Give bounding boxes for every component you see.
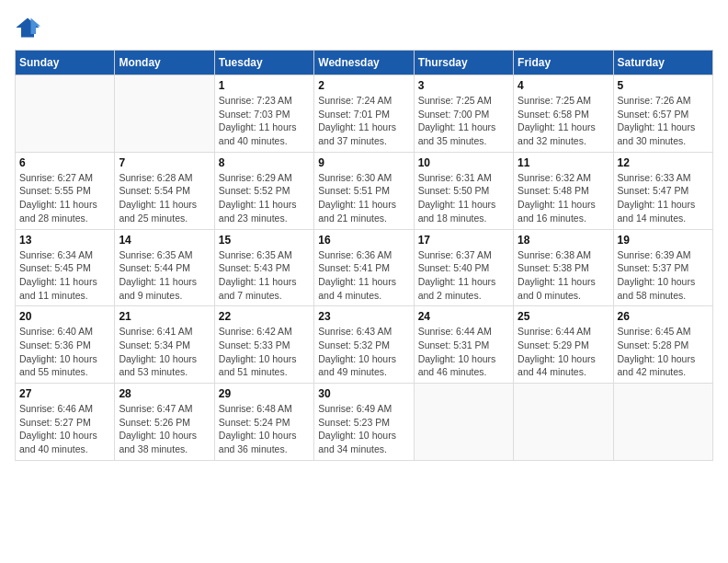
calendar-week-row: 1Sunrise: 7:23 AM Sunset: 7:03 PM Daylig… (16, 75, 713, 153)
day-info: Sunrise: 6:31 AM Sunset: 5:50 PM Dayligh… (418, 171, 509, 225)
day-info: Sunrise: 6:36 AM Sunset: 5:41 PM Dayligh… (318, 248, 409, 303)
calendar-cell: 8Sunrise: 6:29 AM Sunset: 5:52 PM Daylig… (214, 152, 313, 229)
day-info: Sunrise: 6:49 AM Sunset: 5:23 PM Dayligh… (318, 402, 409, 456)
day-number: 7 (119, 156, 210, 169)
day-info: Sunrise: 6:27 AM Sunset: 5:55 PM Dayligh… (19, 171, 110, 225)
day-number: 24 (418, 310, 509, 323)
day-info: Sunrise: 6:39 AM Sunset: 5:37 PM Dayligh… (618, 248, 709, 303)
calendar-cell: 28Sunrise: 6:47 AM Sunset: 5:26 PM Dayli… (115, 384, 214, 461)
day-info: Sunrise: 6:43 AM Sunset: 5:32 PM Dayligh… (318, 325, 409, 379)
day-number: 16 (318, 234, 409, 247)
calendar-cell: 26Sunrise: 6:45 AM Sunset: 5:28 PM Dayli… (613, 306, 712, 384)
calendar-cell: 16Sunrise: 6:36 AM Sunset: 5:41 PM Dayli… (314, 229, 414, 306)
day-number: 25 (518, 310, 609, 323)
day-info: Sunrise: 6:37 AM Sunset: 5:40 PM Dayligh… (418, 248, 509, 303)
day-number: 9 (318, 156, 409, 169)
calendar-cell: 4Sunrise: 7:25 AM Sunset: 6:58 PM Daylig… (514, 75, 613, 153)
day-number: 19 (618, 234, 709, 247)
day-info: Sunrise: 6:32 AM Sunset: 5:48 PM Dayligh… (518, 171, 609, 225)
calendar-cell: 27Sunrise: 6:46 AM Sunset: 5:27 PM Dayli… (16, 384, 115, 461)
calendar-cell (115, 75, 214, 153)
day-info: Sunrise: 6:34 AM Sunset: 5:45 PM Dayligh… (19, 248, 110, 303)
calendar-cell: 5Sunrise: 7:26 AM Sunset: 6:57 PM Daylig… (613, 75, 712, 153)
page-header (15, 15, 713, 40)
day-number: 8 (219, 156, 310, 169)
day-number: 17 (418, 234, 509, 247)
calendar-cell: 25Sunrise: 6:44 AM Sunset: 5:29 PM Dayli… (514, 306, 613, 384)
day-info: Sunrise: 7:26 AM Sunset: 6:57 PM Dayligh… (618, 94, 709, 148)
day-number: 5 (618, 79, 709, 92)
calendar-cell: 15Sunrise: 6:35 AM Sunset: 5:43 PM Dayli… (214, 229, 313, 306)
day-number: 15 (219, 234, 310, 247)
day-of-week-header: Tuesday (214, 51, 313, 75)
day-number: 1 (219, 79, 310, 92)
day-number: 28 (119, 387, 210, 400)
calendar-table: SundayMondayTuesdayWednesdayThursdayFrid… (15, 50, 713, 461)
day-of-week-header: Saturday (613, 51, 712, 75)
day-number: 20 (19, 310, 110, 323)
calendar-week-row: 27Sunrise: 6:46 AM Sunset: 5:27 PM Dayli… (16, 384, 713, 461)
day-info: Sunrise: 6:38 AM Sunset: 5:38 PM Dayligh… (518, 248, 609, 303)
day-info: Sunrise: 6:41 AM Sunset: 5:34 PM Dayligh… (119, 325, 210, 379)
calendar-cell (613, 384, 712, 461)
calendar-cell: 18Sunrise: 6:38 AM Sunset: 5:38 PM Dayli… (514, 229, 613, 306)
day-number: 21 (119, 310, 210, 323)
logo-icon (15, 15, 40, 40)
day-info: Sunrise: 6:30 AM Sunset: 5:51 PM Dayligh… (318, 171, 409, 225)
day-number: 29 (219, 387, 310, 400)
day-number: 10 (418, 156, 509, 169)
day-number: 30 (318, 387, 409, 400)
day-number: 18 (518, 234, 609, 247)
calendar-cell: 19Sunrise: 6:39 AM Sunset: 5:37 PM Dayli… (613, 229, 712, 306)
calendar-cell: 7Sunrise: 6:28 AM Sunset: 5:54 PM Daylig… (115, 152, 214, 229)
day-of-week-header: Monday (115, 51, 214, 75)
day-info: Sunrise: 6:44 AM Sunset: 5:29 PM Dayligh… (518, 325, 609, 379)
day-number: 6 (19, 156, 110, 169)
day-info: Sunrise: 6:29 AM Sunset: 5:52 PM Dayligh… (219, 171, 310, 225)
calendar-cell (514, 384, 613, 461)
day-of-week-header: Sunday (16, 51, 115, 75)
day-info: Sunrise: 7:25 AM Sunset: 7:00 PM Dayligh… (418, 94, 509, 148)
calendar-cell: 1Sunrise: 7:23 AM Sunset: 7:03 PM Daylig… (214, 75, 313, 153)
day-info: Sunrise: 6:47 AM Sunset: 5:26 PM Dayligh… (119, 402, 210, 456)
day-number: 27 (19, 387, 110, 400)
calendar-week-row: 20Sunrise: 6:40 AM Sunset: 5:36 PM Dayli… (16, 306, 713, 384)
calendar-cell: 9Sunrise: 6:30 AM Sunset: 5:51 PM Daylig… (314, 152, 414, 229)
calendar-cell: 23Sunrise: 6:43 AM Sunset: 5:32 PM Dayli… (314, 306, 414, 384)
day-number: 13 (19, 234, 110, 247)
calendar-cell: 20Sunrise: 6:40 AM Sunset: 5:36 PM Dayli… (16, 306, 115, 384)
day-info: Sunrise: 6:35 AM Sunset: 5:44 PM Dayligh… (119, 248, 210, 303)
calendar-cell: 2Sunrise: 7:24 AM Sunset: 7:01 PM Daylig… (314, 75, 414, 153)
calendar-cell: 11Sunrise: 6:32 AM Sunset: 5:48 PM Dayli… (514, 152, 613, 229)
day-info: Sunrise: 6:28 AM Sunset: 5:54 PM Dayligh… (119, 171, 210, 225)
calendar-cell (414, 384, 513, 461)
calendar-cell: 17Sunrise: 6:37 AM Sunset: 5:40 PM Dayli… (414, 229, 513, 306)
day-info: Sunrise: 6:35 AM Sunset: 5:43 PM Dayligh… (219, 248, 310, 303)
day-number: 2 (318, 79, 409, 92)
calendar-cell: 6Sunrise: 6:27 AM Sunset: 5:55 PM Daylig… (16, 152, 115, 229)
calendar-cell: 12Sunrise: 6:33 AM Sunset: 5:47 PM Dayli… (613, 152, 712, 229)
calendar-cell: 22Sunrise: 6:42 AM Sunset: 5:33 PM Dayli… (214, 306, 313, 384)
day-number: 23 (318, 310, 409, 323)
calendar-cell: 24Sunrise: 6:44 AM Sunset: 5:31 PM Dayli… (414, 306, 513, 384)
calendar-cell: 3Sunrise: 7:25 AM Sunset: 7:00 PM Daylig… (414, 75, 513, 153)
day-number: 22 (219, 310, 310, 323)
day-number: 11 (518, 156, 609, 169)
calendar-week-row: 6Sunrise: 6:27 AM Sunset: 5:55 PM Daylig… (16, 152, 713, 229)
day-number: 14 (119, 234, 210, 247)
day-of-week-header: Thursday (414, 51, 513, 75)
calendar-cell (16, 75, 115, 153)
day-info: Sunrise: 6:45 AM Sunset: 5:28 PM Dayligh… (618, 325, 709, 379)
day-of-week-header: Friday (514, 51, 613, 75)
day-number: 3 (418, 79, 509, 92)
day-number: 4 (518, 79, 609, 92)
calendar-week-row: 13Sunrise: 6:34 AM Sunset: 5:45 PM Dayli… (16, 229, 713, 306)
logo (15, 15, 42, 40)
calendar-cell: 21Sunrise: 6:41 AM Sunset: 5:34 PM Dayli… (115, 306, 214, 384)
day-info: Sunrise: 6:44 AM Sunset: 5:31 PM Dayligh… (418, 325, 509, 379)
day-number: 26 (618, 310, 709, 323)
day-info: Sunrise: 7:23 AM Sunset: 7:03 PM Dayligh… (219, 94, 310, 148)
day-info: Sunrise: 6:33 AM Sunset: 5:47 PM Dayligh… (618, 171, 709, 225)
calendar-cell: 10Sunrise: 6:31 AM Sunset: 5:50 PM Dayli… (414, 152, 513, 229)
day-info: Sunrise: 7:25 AM Sunset: 6:58 PM Dayligh… (518, 94, 609, 148)
